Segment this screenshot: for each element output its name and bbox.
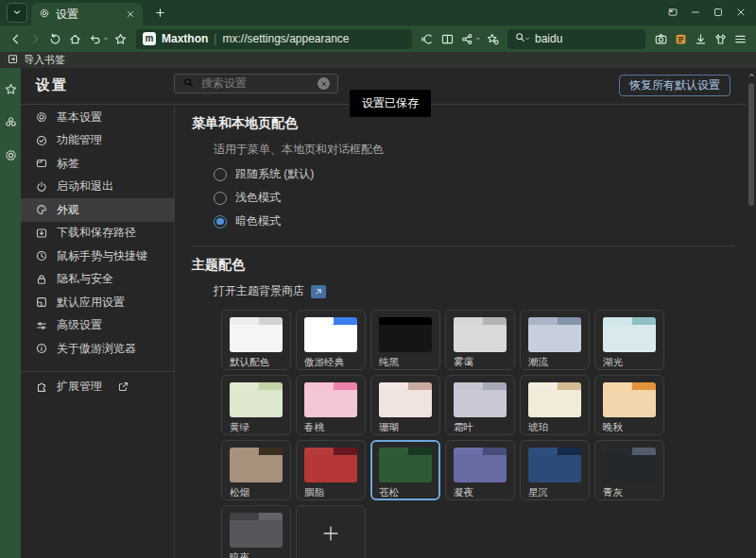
theme-coral[interactable]: 珊瑚 [370, 375, 440, 435]
sidebar-item-startup[interactable]: 启动和退出 [21, 176, 174, 199]
home-button[interactable] [65, 28, 85, 49]
theme-thumbnail [528, 382, 581, 417]
theme-night[interactable]: 凝夜 [445, 440, 515, 500]
saved-toast: 设置已保存 [350, 90, 431, 117]
import-bookmarks-button[interactable]: 导入书签 [24, 53, 65, 67]
favorites-manager-button[interactable] [483, 28, 503, 49]
main-menu-button[interactable] [730, 28, 750, 49]
minimize-button[interactable] [684, 1, 707, 25]
radio-option-system[interactable]: 跟随系统 (默认) [214, 162, 747, 186]
maximize-button[interactable] [707, 1, 730, 25]
open-store-icon[interactable] [311, 285, 326, 298]
theme-frost-leaf[interactable]: 霜叶 [445, 375, 515, 435]
tab-close-icon[interactable] [126, 6, 135, 23]
settings-page: 设置 搜索设置 恢复所有默认设置 设置已保存 基本设置功能管理标签启动和退出外观… [21, 68, 756, 558]
sidebar-item-tabs[interactable]: 标签 [21, 152, 174, 176]
scroll-up-icon[interactable] [747, 70, 756, 79]
themes-grid: 默认配色傲游经典纯黑雾霭潮流湖光黄绿春桃珊瑚霜叶琥珀晚秋松烟胭脂苍松凝夜星沉青灰… [221, 310, 664, 558]
sidebar-item-privacy[interactable]: 隐私与安全 [21, 268, 174, 292]
settings-search-input[interactable]: 搜索设置 [174, 74, 338, 93]
sidebar-item-downloads[interactable]: 下载和保存路径 [21, 222, 174, 245]
back-button[interactable] [6, 28, 26, 49]
theme-pine-smoke[interactable]: 松烟 [221, 440, 291, 500]
theme-late-autumn[interactable]: 晚秋 [594, 375, 664, 435]
theme-thumbnail [379, 317, 432, 352]
settings-sidebar: 基本设置功能管理标签启动和退出外观下载和保存路径鼠标手势与快捷键隐私与安全默认应… [21, 105, 175, 558]
theme-black[interactable]: 纯黑 [370, 310, 440, 370]
theme-default[interactable]: 默认配色 [221, 310, 291, 370]
badge-icon [35, 134, 48, 147]
theme-mist[interactable]: 雾霭 [445, 310, 515, 370]
max-icon [713, 5, 724, 22]
plus-icon [319, 522, 342, 549]
sidebar-item-features[interactable]: 功能管理 [21, 129, 174, 153]
sidebar-item-appearance[interactable]: 外观 [21, 198, 174, 222]
radio-unchecked-icon[interactable] [214, 192, 227, 205]
theme-label: 胭脂 [304, 486, 365, 499]
sidebar-item-basic[interactable]: 基本设置 [21, 106, 174, 129]
radio-option-light[interactable]: 浅色模式 [214, 186, 747, 210]
theme-store-row: 打开主题背景商店 [214, 283, 747, 299]
clear-search-button[interactable] [318, 77, 330, 90]
screenshot-button[interactable] [651, 28, 671, 49]
theme-yellow-green[interactable]: 黄绿 [221, 375, 291, 435]
dropdown-caret-icon[interactable] [474, 35, 483, 42]
sidebar-item-label: 默认应用设置 [57, 295, 125, 311]
theme-thumbnail [603, 448, 656, 482]
theme-peach[interactable]: 春桃 [296, 375, 366, 435]
sidebar-item-default-apps[interactable]: 默认应用设置 [21, 291, 174, 314]
maxnote-button[interactable] [671, 28, 691, 49]
rail-quick-access[interactable] [4, 115, 18, 133]
close-window-button[interactable] [730, 1, 752, 25]
radio-option-dark[interactable]: 暗色模式 [214, 210, 747, 233]
brand-label: Maxthon [162, 32, 208, 45]
downloads-button[interactable] [691, 28, 711, 49]
theme-label: 苍松 [379, 486, 438, 499]
theme-amber[interactable]: 琥珀 [520, 375, 590, 435]
active-tab[interactable]: 设置 [31, 3, 143, 25]
sidebar-item-extensions[interactable]: 扩展管理 [21, 376, 174, 399]
theme-dark-night[interactable]: 暗夜 [221, 505, 291, 558]
sidebar-item-gestures[interactable]: 鼠标手势与快捷键 [21, 245, 174, 268]
theme-star-sink[interactable]: 星沉 [520, 440, 590, 500]
search-engine-caret-icon[interactable] [524, 35, 532, 42]
skins-button[interactable] [711, 28, 730, 49]
rail-settings[interactable] [4, 148, 18, 166]
favorites-button[interactable] [111, 28, 130, 49]
scrollbar-thumb[interactable] [748, 83, 754, 206]
split-screen-button[interactable] [438, 28, 457, 49]
page-scrollbar[interactable] [747, 68, 756, 558]
tab-list-dropdown-button[interactable] [7, 3, 27, 23]
read-aloud-button[interactable] [418, 28, 438, 49]
side-rail [0, 68, 21, 558]
radio-unchecked-icon[interactable] [214, 168, 227, 181]
theme-store-link[interactable]: 打开主题背景商店 [214, 283, 304, 299]
theme-thumbnail [603, 382, 656, 417]
address-bar[interactable]: m Maxthon | mx://settings/appearance [136, 29, 412, 49]
sidebar-item-about[interactable]: 关于傲游浏览器 [21, 337, 174, 361]
workspace-button[interactable] [662, 1, 684, 25]
radio-checked-icon[interactable] [214, 215, 227, 228]
theme-thumbnail [603, 317, 656, 352]
rail-favorites[interactable] [4, 82, 18, 100]
palette-icon [35, 203, 48, 216]
download-icon [35, 227, 48, 240]
reload-button[interactable] [45, 28, 65, 49]
add-theme-button[interactable] [296, 505, 366, 558]
closex-icon [735, 5, 747, 22]
forward-button[interactable] [26, 28, 45, 49]
theme-classic[interactable]: 傲游经典 [296, 310, 366, 370]
theme-cyan-gray[interactable]: 青灰 [594, 440, 664, 500]
theme-trend[interactable]: 潮流 [520, 310, 590, 370]
new-tab-button[interactable] [154, 7, 166, 19]
theme-pine-green[interactable]: 苍松 [370, 440, 440, 500]
theme-rouge[interactable]: 胭脂 [296, 440, 366, 500]
theme-thumbnail [230, 448, 283, 482]
theme-lake[interactable]: 湖光 [594, 310, 664, 370]
restore-defaults-button[interactable]: 恢复所有默认设置 [619, 75, 730, 96]
address-url: mx://settings/appearance [222, 32, 349, 45]
toolbar-search-box[interactable]: baidu [507, 29, 645, 49]
sidebar-item-advanced[interactable]: 高级设置 [21, 314, 174, 338]
dropdown-caret-icon[interactable] [102, 35, 111, 42]
theme-label: 松烟 [230, 486, 290, 499]
